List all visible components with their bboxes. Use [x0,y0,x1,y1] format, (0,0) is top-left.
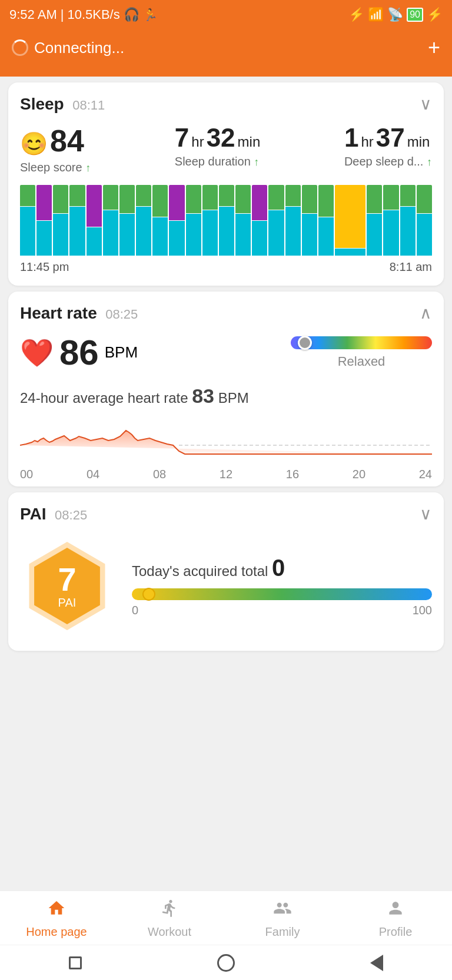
hr-label-20: 20 [353,468,365,481]
nav-profile-label: Profile [379,925,413,939]
heart-rate-card: Heart rate 08:25 ∧ ❤️ 86 BPM Relaxed 24-… [8,292,444,486]
pai-progress-bar [132,588,432,600]
deep-sleep-stat: 1 hr 37 min Deep sleep d... ↑ [344,123,432,174]
bottom-nav: Home page Workout Family Profile [0,890,452,945]
pai-chevron-icon[interactable]: ∨ [420,504,432,524]
hr-gradient-bar [291,336,432,349]
status-left: 9:52 AM | 10.5KB/s 🎧 🏃 [9,7,158,22]
sleep-score-main: 😊 84 [20,123,84,158]
sleep-hr-unit: hr [191,134,204,150]
sleep-title: Sleep [20,95,64,113]
sleep-min-unit: min [238,134,261,150]
hr-dot-indicator [298,336,312,350]
sleep-card: Sleep 08:11 ∨ 😊 84 Sleep score ↑ 7 hr [8,82,444,286]
hr-label-12: 12 [220,468,232,481]
pai-time: 08:25 [55,508,87,522]
connecting-status: Connecting... [12,39,124,57]
bluetooth-icon: ⚡ [348,7,364,22]
heart-rate-chevron-icon[interactable]: ∧ [420,303,432,323]
sleep-start-time: 11:45 pm [20,260,69,274]
add-button[interactable]: + [428,35,440,60]
sleep-duration-min: 32 [207,123,235,153]
workout-icon [160,898,179,923]
heart-rate-header: Heart rate 08:25 ∧ [20,303,432,323]
loading-spinner [12,39,28,56]
home-icon [47,898,66,923]
sleep-chevron-icon[interactable]: ∨ [420,94,432,114]
heart-rate-display: ❤️ 86 BPM Relaxed [20,332,432,373]
status-speed: 10.5KB/s [67,7,119,22]
nav-family[interactable]: Family [226,898,339,939]
sleep-stats: 😊 84 Sleep score ↑ 7 hr 32 min Sleep dur… [20,123,432,174]
heart-rate-value-group: ❤️ 86 BPM [20,332,138,373]
deep-sleep-min: 37 [376,123,405,153]
heart-rate-chart: 00 04 08 12 16 20 24 [20,416,432,475]
hr-label-16: 16 [286,468,299,481]
status-bar: 9:52 AM | 10.5KB/s 🎧 🏃 ⚡ 📶 📡 90 ⚡ [0,0,452,29]
heart-rate-gauge: Relaxed [291,336,432,369]
sleep-score-stat: 😊 84 Sleep score ↑ [20,123,91,174]
triangle-icon [370,955,383,971]
nav-family-label: Family [265,925,300,939]
recent-apps-button[interactable] [65,952,86,974]
pai-stats: Today's acquired total 0 0 100 [132,555,432,617]
sleep-emoji-icon: 😊 [20,131,48,157]
back-button[interactable] [366,952,387,974]
pai-value: 7 [58,563,76,596]
battery-indicator: 90 [407,8,423,22]
nav-home-label: Home page [26,925,87,939]
deep-min-unit: min [407,134,430,150]
deep-hr-unit: hr [361,134,373,150]
avg-hr-value: 83 [192,385,214,407]
pai-inner-label: PAI [58,596,77,610]
deep-sleep-main: 1 hr 37 min [344,123,430,153]
charge-icon: ⚡ [427,7,443,22]
sleep-score-value: 84 [50,123,84,158]
sleep-bars [20,185,432,256]
status-time: 9:52 AM [9,7,57,22]
sleep-times: 11:45 pm 8:11 am [20,260,432,274]
hr-label-04: 04 [87,468,99,481]
status-separator: | [61,7,64,22]
nav-profile[interactable]: Profile [339,898,452,939]
deep-sleep-label: Deep sleep d... ↑ [344,155,432,168]
sleep-time: 08:11 [72,98,105,112]
heart-status-label: Relaxed [338,354,385,369]
pai-bar-dot [142,588,155,601]
nav-home[interactable]: Home page [0,898,113,939]
sleep-chart [20,185,432,256]
hr-x-labels: 00 04 08 12 16 20 24 [20,468,432,481]
duration-up-arrow: ↑ [254,156,259,168]
sleep-header: Sleep 08:11 ∨ [20,94,432,114]
heart-icon: ❤️ [20,337,54,369]
headphone-icon: 🎧 [124,7,139,22]
pai-title-group: PAI 08:25 [20,505,87,524]
nav-workout-label: Workout [148,925,191,939]
pai-bar-min: 0 [132,604,138,617]
square-icon [69,956,82,969]
hr-label-00: 00 [20,468,33,481]
nav-workout[interactable]: Workout [113,898,226,939]
signal-icon: 📶 [368,7,384,22]
pai-bar-max: 100 [413,604,432,617]
sleep-duration-stat: 7 hr 32 min Sleep duration ↑ [175,123,260,174]
avg-bpm-unit: BPM [218,390,249,406]
heart-rate-title-group: Heart rate 08:25 [20,304,138,323]
avg-hr-label: 24-hour average heart rate 83 BPM [20,385,432,408]
pai-card: PAI 08:25 ∨ 7 PAI Today's acquired total… [8,492,444,651]
bpm-unit: BPM [105,343,138,362]
deep-up-arrow: ↑ [427,156,432,168]
pai-today-label: Today's acquired total 0 [132,555,432,581]
pai-today-value: 0 [272,555,285,581]
home-system-button[interactable] [215,952,237,974]
pai-hexagon: 7 PAI [20,539,114,633]
system-nav-bar [0,945,452,980]
pai-title: PAI [20,505,46,523]
sleep-end-time: 8:11 am [390,260,432,274]
hr-chart-svg [20,416,432,463]
hr-label-24: 24 [419,468,432,481]
connecting-label: Connecting... [34,39,124,57]
pai-header: PAI 08:25 ∨ [20,504,432,524]
deep-sleep-hr: 1 [344,123,358,153]
profile-icon [386,898,405,923]
